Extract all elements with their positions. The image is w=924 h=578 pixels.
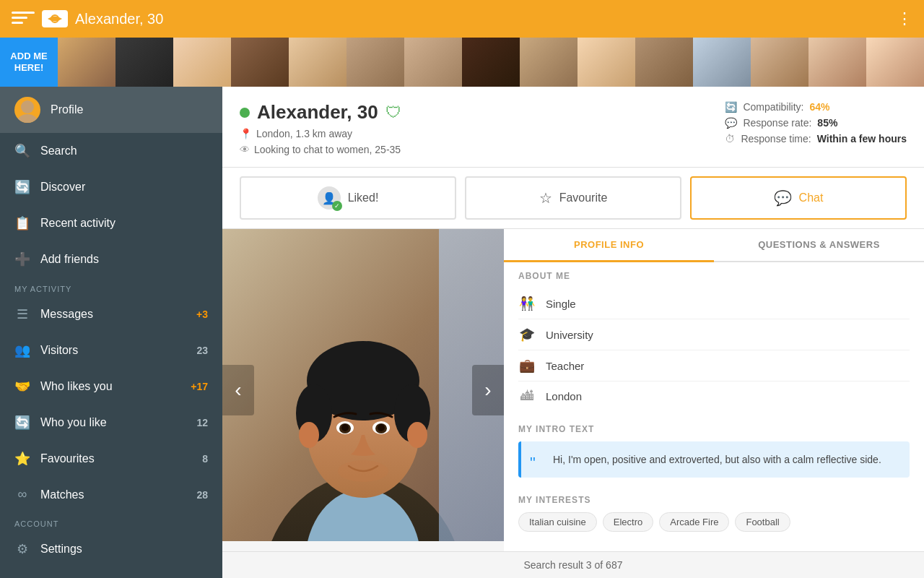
chat-button[interactable]: 💬 Chat xyxy=(690,176,907,220)
response-rate-value: 85% xyxy=(817,117,837,129)
strip-photo-5[interactable] xyxy=(289,38,346,87)
education-icon: 🎓 xyxy=(518,327,536,342)
sidebar-item-who-you-like[interactable]: 🔄 Who you like 12 xyxy=(0,405,222,441)
interest-electro[interactable]: Electro xyxy=(603,512,653,532)
sidebar-item-settings[interactable]: ⚙ Settings xyxy=(0,531,222,567)
favourites-count: 8 xyxy=(202,453,208,465)
strip-photo-2[interactable] xyxy=(116,38,173,87)
app-logo: Alexander, 30 xyxy=(12,10,163,27)
profile-info-panel: PROFILE INFO QUESTIONS & ANSWERS ABOUT M… xyxy=(504,229,924,551)
compatibility-value: 64% xyxy=(809,101,829,113)
profile-location: 📍 London, 1.3 km away xyxy=(240,128,401,139)
search-result-footer: Search result 3 of 687 xyxy=(222,551,924,578)
profile-content: Alexander, 30 🛡 📍 London, 1.3 km away 👁 … xyxy=(222,87,924,578)
response-time-icon: ⏱ xyxy=(725,133,735,144)
strip-photo-9[interactable] xyxy=(520,38,578,87)
interests-title: MY INTERESTS xyxy=(518,495,910,505)
strip-photo-7[interactable] xyxy=(404,38,462,87)
sidebar-item-add-friends[interactable]: ➕ Add friends xyxy=(0,241,222,277)
star-icon: ☆ xyxy=(539,189,552,207)
interest-football[interactable]: Football xyxy=(735,512,790,532)
svg-point-1 xyxy=(21,100,34,113)
strip-photo-10[interactable] xyxy=(578,38,635,87)
interest-italian-cuisine[interactable]: Italian cuisine xyxy=(518,512,597,532)
compatibility-icon: 🔄 xyxy=(725,101,737,113)
main-layout: Profile 🔍 Search 🔄 Discover 📋 Recent act… xyxy=(0,87,924,578)
strip-photo-8[interactable] xyxy=(462,38,520,87)
svg-point-2 xyxy=(17,114,38,123)
who-you-like-icon: 🔄 xyxy=(14,415,30,431)
recent-activity-icon: 📋 xyxy=(14,215,30,231)
sidebar: Profile 🔍 Search 🔄 Discover 📋 Recent act… xyxy=(0,87,222,578)
quote-icon: " xyxy=(530,450,536,475)
tab-bar: PROFILE INFO QUESTIONS & ANSWERS xyxy=(504,229,924,262)
settings-label: Settings xyxy=(40,543,82,556)
online-indicator xyxy=(240,108,250,118)
favourite-button[interactable]: ☆ Favourite xyxy=(465,176,681,220)
relationship-row: 👫 Single xyxy=(518,288,910,319)
messages-label: Messages xyxy=(40,308,93,321)
strip-photo-11[interactable] xyxy=(635,38,693,87)
relationship-icon: 👫 xyxy=(518,296,536,311)
sidebar-item-visitors[interactable]: 👥 Visitors 23 xyxy=(0,332,222,368)
intro-text-title: MY INTRO TEXT xyxy=(518,424,910,434)
strip-photo-12[interactable] xyxy=(693,38,751,87)
add-friends-label: Add friends xyxy=(40,253,99,266)
strip-photo-3[interactable] xyxy=(173,38,231,87)
messages-icon: ☰ xyxy=(14,306,30,322)
who-likes-you-badge: +17 xyxy=(191,381,208,392)
more-options-icon[interactable]: ⋮ xyxy=(897,9,912,28)
photo-next-arrow[interactable]: › xyxy=(472,365,504,415)
tab-profile-info[interactable]: PROFILE INFO xyxy=(504,229,714,262)
svg-point-17 xyxy=(338,460,388,482)
strip-photo-6[interactable] xyxy=(346,38,404,87)
sidebar-item-messages[interactable]: ☰ Messages +3 xyxy=(0,296,222,332)
location-icon: 📍 xyxy=(240,128,252,139)
add-friends-icon: ➕ xyxy=(14,251,30,267)
profile-label: Profile xyxy=(51,103,83,116)
sidebar-item-discover[interactable]: 🔄 Discover xyxy=(0,169,222,205)
intro-text-box: " Hi, I'm open, positive and extroverted… xyxy=(518,441,910,478)
education-row: 🎓 University xyxy=(518,319,910,350)
content-area: Alexander, 30 🛡 📍 London, 1.3 km away 👁 … xyxy=(222,87,924,578)
avatar xyxy=(14,97,40,123)
photo-prev-arrow[interactable]: ‹ xyxy=(222,365,254,415)
job-value: Teacher xyxy=(546,360,584,372)
intro-text-content: Hi, I'm open, positive and extroverted, … xyxy=(553,454,881,465)
response-rate-icon: 💬 xyxy=(725,117,737,129)
strip-photo-4[interactable] xyxy=(231,38,289,87)
sidebar-item-search[interactable]: 🔍 Search xyxy=(0,133,222,169)
liked-check-icon: ✓ xyxy=(332,201,342,211)
hamburger-icon[interactable] xyxy=(12,12,35,26)
matches-label: Matches xyxy=(40,488,84,501)
favourites-icon: ⭐ xyxy=(14,451,30,467)
discover-icon: 🔄 xyxy=(14,179,30,195)
brand-icon xyxy=(42,10,68,27)
strip-photo-14[interactable] xyxy=(808,38,866,87)
profile-looking-for: 👁 Looking to chat to women, 25-35 xyxy=(240,144,401,155)
profile-photos: ‹ › xyxy=(222,229,504,551)
visitors-label: Visitors xyxy=(40,344,78,357)
city-value: London xyxy=(546,390,582,402)
search-label: Search xyxy=(40,144,77,158)
strip-photo-15[interactable] xyxy=(866,38,924,87)
sidebar-item-matches[interactable]: ∞ Matches 28 xyxy=(0,477,222,512)
strip-photo-1[interactable] xyxy=(58,38,116,87)
interest-arcade-fire[interactable]: Arcade Fire xyxy=(659,512,729,532)
intro-text-section: MY INTRO TEXT " Hi, I'm open, positive a… xyxy=(504,415,924,486)
profile-body: ‹ › PROFILE INFO QUESTIONS & ANSWERS ABO… xyxy=(222,229,924,551)
photo-strip: ADD ME HERE! xyxy=(0,38,924,87)
strip-photo-13[interactable] xyxy=(751,38,808,87)
sidebar-item-profile[interactable]: Profile xyxy=(0,87,222,133)
interests-tags: Italian cuisine Electro Arcade Fire Foot… xyxy=(518,512,910,532)
tab-questions-answers[interactable]: QUESTIONS & ANSWERS xyxy=(714,229,924,262)
about-me-section: ABOUT ME 👫 Single 🎓 University 💼 Teacher xyxy=(504,262,924,415)
matches-count: 28 xyxy=(196,489,208,501)
sidebar-item-favourites[interactable]: ⭐ Favourites 8 xyxy=(0,441,222,477)
add-me-button[interactable]: ADD ME HERE! xyxy=(0,38,58,87)
liked-button[interactable]: 👤 ✓ Liked! xyxy=(240,176,456,220)
account-section: ACCOUNT xyxy=(0,512,222,531)
sidebar-item-recent-activity[interactable]: 📋 Recent activity xyxy=(0,205,222,241)
about-me-title: ABOUT ME xyxy=(518,271,910,281)
sidebar-item-who-likes-you[interactable]: 🤝 Who likes you +17 xyxy=(0,368,222,405)
